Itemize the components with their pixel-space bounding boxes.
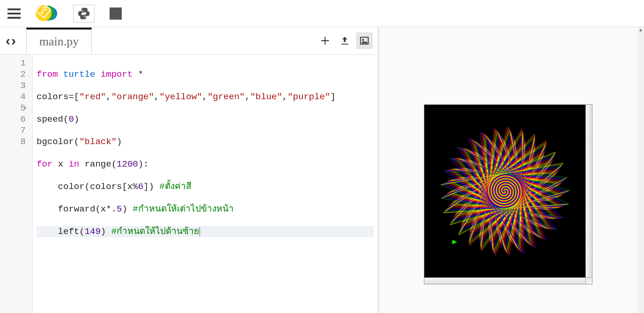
tab-filename: main.py [39, 35, 79, 49]
output-pane [379, 27, 644, 313]
top-toolbar: ⚿ [0, 0, 644, 27]
line-number: 3 [0, 80, 32, 91]
stop-icon[interactable] [110, 7, 122, 20]
line-number: 2 [0, 69, 32, 80]
forward-button[interactable]: › [11, 34, 16, 48]
output-scroll-corner [585, 277, 592, 284]
code-editor[interactable]: 1 2 3 4 5 6 7 8 from turtle import * col… [0, 54, 378, 313]
tab-bar: ‹ › main.py [0, 27, 378, 54]
line-number: 5 [0, 102, 32, 114]
back-button[interactable]: ‹ [6, 34, 10, 48]
code-content[interactable]: from turtle import * colors=["red","oran… [33, 55, 378, 313]
python-logo-icon[interactable] [73, 5, 95, 22]
main-area: ‹ › main.py 1 2 3 4 5 6 7 8 [0, 27, 644, 313]
turtle-window [424, 104, 592, 284]
menu-icon[interactable] [7, 8, 21, 19]
add-file-icon[interactable] [317, 32, 333, 49]
line-number: 1 [0, 58, 32, 69]
app-logo-icon[interactable]: ⚿ [36, 4, 58, 23]
line-number: 7 [0, 125, 32, 136]
output-hscroll[interactable] [424, 277, 585, 284]
editor-pane: ‹ › main.py 1 2 3 4 5 6 7 8 [0, 27, 379, 313]
file-tab[interactable]: main.py [26, 28, 92, 54]
line-gutter: 1 2 3 4 5 6 7 8 [0, 55, 33, 313]
output-vscroll[interactable] [585, 105, 592, 277]
line-number: 4 [0, 91, 32, 102]
upload-icon[interactable] [336, 32, 353, 49]
line-number: 8 [0, 136, 32, 147]
page-scrollbar[interactable]: ▲ [637, 27, 644, 313]
turtle-canvas [424, 105, 585, 277]
image-output-icon[interactable] [356, 32, 373, 49]
line-number: 6 [0, 114, 32, 125]
scroll-up-icon[interactable]: ▲ [637, 27, 644, 35]
svg-point-1 [362, 39, 364, 41]
